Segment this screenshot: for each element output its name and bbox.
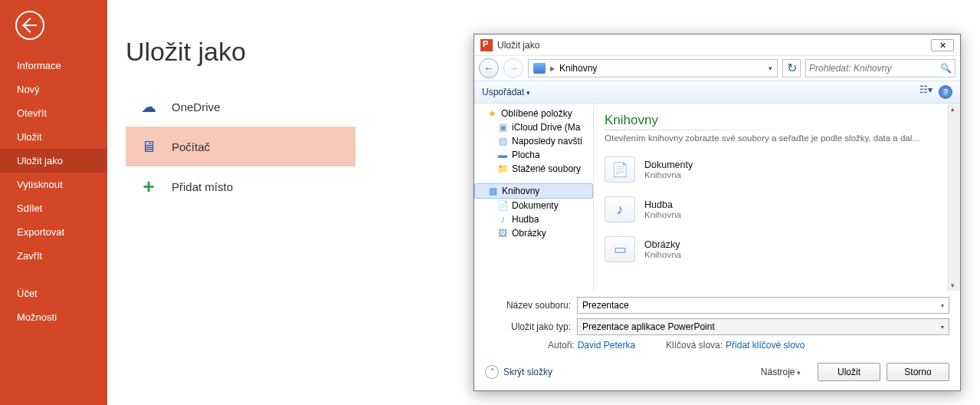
location-onedrive[interactable]: ☁ OneDrive (126, 87, 356, 127)
tree-item[interactable]: ▣iCloud Drive (Ma (474, 120, 593, 134)
library-icon: 📄 (605, 156, 635, 183)
location-label: Počítač (172, 140, 210, 153)
tree-item[interactable]: 🖼Obrázky (474, 226, 593, 240)
library-kind: Knihovna (644, 170, 693, 179)
tree-item[interactable]: ▬Plocha (474, 148, 593, 162)
nav-export[interactable]: Exportovat (0, 220, 107, 244)
chevron-down-icon[interactable]: ▾ (941, 324, 944, 331)
chevron-down-icon[interactable]: ▾ (941, 302, 944, 309)
library-item[interactable]: ♪HudbaKnihovna (605, 196, 949, 222)
nav-print[interactable]: Vytisknout (0, 173, 107, 196)
nav-options[interactable]: Možnosti (0, 305, 107, 329)
computer-icon: 🖥 (138, 137, 159, 156)
tree-favorites[interactable]: ★Oblíbené položky (474, 107, 593, 120)
filename-input[interactable]: Prezentace ▾ (577, 297, 949, 314)
nav-close[interactable]: Zavřít (0, 244, 107, 268)
location-add-place[interactable]: + Přidat místo (126, 166, 356, 206)
tools-menu[interactable]: Nástroje (761, 367, 801, 377)
hide-folders-toggle[interactable]: ˄ Skrýt složky (485, 365, 552, 379)
content-title: Knihovny (605, 113, 949, 130)
library-item[interactable]: 📄DokumentyKnihovna (605, 156, 949, 183)
refresh-button[interactable]: ↻ (782, 59, 801, 77)
filetype-label: Uložit jako typ: (485, 321, 577, 332)
library-icon: ♪ (605, 196, 635, 222)
view-mode-button[interactable]: ☷▾ (917, 84, 934, 100)
authors-label: Autoři: (548, 340, 575, 351)
music-icon: ♪ (497, 214, 508, 225)
dialog-help-icon[interactable]: ? (939, 85, 952, 99)
organize-menu[interactable]: Uspořádat (482, 87, 530, 97)
tags-label: Klíčová slova: (666, 340, 723, 351)
nav-account[interactable]: Účet (0, 282, 107, 305)
nav-share[interactable]: Sdílet (0, 196, 107, 220)
tree-libraries[interactable]: ▦Knihovny (474, 183, 593, 199)
breadcrumb-segment[interactable]: Knihovny (559, 63, 597, 74)
plus-icon: + (138, 177, 159, 196)
address-bar[interactable]: ▶ Knihovny ▾ (528, 59, 778, 77)
nav-new[interactable]: Nový (0, 77, 107, 101)
tree-item[interactable]: 📁Stažené soubory (474, 162, 593, 176)
tree-item[interactable]: ♪Hudba (474, 212, 593, 226)
cancel-button[interactable]: Storno (887, 363, 949, 381)
back-button[interactable] (15, 11, 44, 40)
folder-icon: 📁 (497, 163, 508, 174)
dialog-close-button[interactable]: ✕ (931, 39, 954, 51)
nav-back-button[interactable]: ← (479, 58, 499, 78)
content-hint: Otevřením knihovny zobrazte své soubory … (605, 133, 949, 143)
tags-value[interactable]: Přidat klíčové slovo (726, 340, 805, 351)
search-box[interactable]: 🔍 (805, 59, 955, 77)
filename-label: Název souboru: (485, 300, 577, 311)
recent-icon: ▤ (497, 136, 508, 147)
star-icon: ★ (487, 108, 497, 119)
document-icon: 📄 (497, 200, 508, 211)
save-button[interactable]: Uložit (818, 363, 880, 381)
library-kind: Knihovna (644, 210, 681, 219)
library-item[interactable]: ▭ObrázkyKnihovna (605, 236, 949, 262)
powerpoint-icon (480, 39, 493, 51)
chevron-up-icon: ˄ (485, 365, 499, 379)
dialog-title: Uložit jako (497, 40, 539, 51)
search-icon[interactable]: 🔍 (940, 63, 952, 74)
search-input[interactable] (809, 63, 940, 74)
library-name: Hudba (644, 199, 681, 210)
cloud-icon: ☁ (138, 97, 159, 116)
drive-icon: ▣ (497, 122, 508, 133)
filetype-dropdown[interactable]: Prezentace aplikace PowerPoint ▾ (577, 318, 949, 335)
chevron-down-icon[interactable]: ▾ (769, 64, 772, 72)
library-name: Obrázky (644, 239, 681, 250)
desktop-icon: ▬ (497, 150, 508, 160)
library-kind: Knihovna (644, 250, 681, 259)
nav-save-as[interactable]: Uložit jako (0, 149, 107, 173)
libraries-icon (533, 63, 546, 74)
nav-save[interactable]: Uložit (0, 125, 107, 149)
chevron-right-icon: ▶ (550, 65, 555, 72)
location-label: OneDrive (172, 100, 220, 114)
libraries-icon: ▦ (487, 186, 498, 196)
picture-icon: 🖼 (497, 228, 508, 239)
nav-open[interactable]: Otevřít (0, 101, 107, 125)
tree-item[interactable]: 📄Dokumenty (474, 199, 593, 212)
library-name: Dokumenty (644, 160, 693, 170)
nav-forward-button[interactable]: → (503, 58, 523, 78)
library-icon: ▭ (605, 236, 635, 262)
location-computer[interactable]: 🖥 Počítač (126, 127, 356, 166)
scrollbar[interactable] (948, 104, 960, 291)
tree-item[interactable]: ▤Naposledy navští (474, 134, 593, 148)
location-label: Přidat místo (172, 180, 233, 193)
authors-value[interactable]: David Peterka (578, 340, 635, 351)
save-as-dialog: Uložit jako ✕ ← → ▶ Knihovny ▾ ↻ 🔍 Uspoř… (474, 34, 961, 391)
nav-info[interactable]: Informace (0, 54, 107, 77)
folder-tree: ★Oblíbené položky ▣iCloud Drive (Ma ▤Nap… (474, 104, 594, 291)
